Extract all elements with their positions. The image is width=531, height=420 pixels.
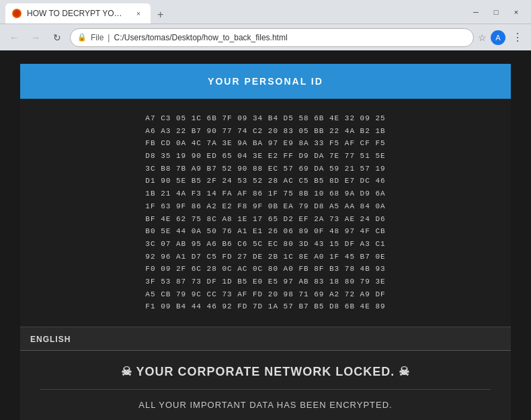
personal-id-title: YOUR PERSONAL ID	[32, 76, 499, 87]
language-section: ENGLISH	[20, 327, 511, 350]
minimize-button[interactable]: ─	[466, 3, 485, 22]
title-bar: HOW TO DECRYPT YOUR FILES × + ─ □ ×	[0, 0, 531, 24]
close-button[interactable]: ×	[507, 3, 526, 22]
main-content: ☠ YOUR CORPORATE NETWORK LOCKED. ☠ ALL Y…	[20, 350, 511, 420]
tab-close-button[interactable]: ×	[133, 8, 144, 19]
personal-id-section: YOUR PERSONAL ID	[20, 64, 511, 99]
tab-title: HOW TO DECRYPT YOUR FILES	[27, 9, 128, 18]
browser-menu-icon[interactable]: ⋮	[509, 28, 526, 46]
forward-button[interactable]: →	[27, 29, 44, 46]
address-bar: ← → ↻ 🔒 File | C:/Users/tomas/Desktop/ho…	[0, 24, 531, 50]
window-controls: ─ □ ×	[466, 3, 526, 22]
hex-code-area: A7 C3 05 1C 6B 7F 09 34 B4 D5 58 6B 4E 3…	[20, 99, 511, 327]
encrypted-text: ALL YOUR IMPORTANT DATA HAS BEEN ENCRYPT…	[40, 400, 491, 410]
browser-window: HOW TO DECRYPT YOUR FILES × + ─ □ × ← → …	[0, 0, 531, 420]
language-label: ENGLISH	[30, 335, 71, 344]
protocol-icon: 🔒	[77, 33, 87, 42]
page-content: YOUR PERSONAL ID A7 C3 05 1C 6B 7F 09 34…	[0, 50, 531, 420]
active-tab[interactable]: HOW TO DECRYPT YOUR FILES ×	[5, 3, 151, 24]
network-locked-title: ☠ YOUR CORPORATE NETWORK LOCKED. ☠	[40, 364, 491, 379]
divider	[40, 389, 491, 390]
new-tab-button[interactable]: +	[153, 6, 167, 24]
protocol-label: File	[91, 33, 104, 42]
maximize-button[interactable]: □	[487, 3, 505, 22]
address-text: C:/Users/tomas/Desktop/how_to_back_files…	[114, 33, 466, 42]
profile-icon[interactable]: A	[491, 30, 505, 45]
tab-area: HOW TO DECRYPT YOUR FILES × +	[5, 0, 464, 24]
hex-code: A7 C3 05 1C 6B 7F 09 34 B4 D5 58 6B 4E 3…	[40, 112, 491, 313]
back-button[interactable]: ←	[5, 29, 23, 46]
bookmark-icon[interactable]: ☆	[478, 32, 487, 43]
address-input[interactable]: 🔒 File | C:/Users/tomas/Desktop/how_to_b…	[70, 28, 474, 47]
refresh-button[interactable]: ↻	[48, 29, 66, 46]
tab-favicon	[12, 9, 22, 18]
